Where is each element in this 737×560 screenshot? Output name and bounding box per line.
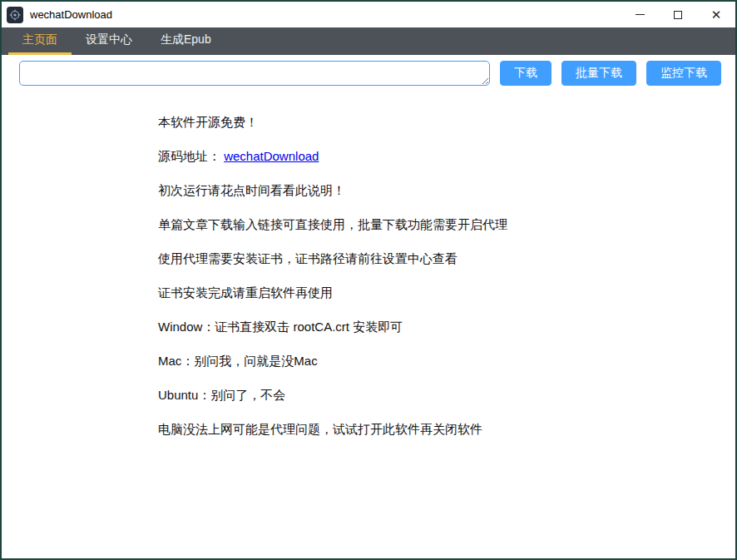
toolbar: 下载 批量下载 监控下载 — [2, 55, 735, 92]
app-icon — [7, 7, 23, 23]
note-line: 电脑没法上网可能是代理问题，试试打开此软件再关闭软件 — [158, 421, 719, 438]
tabbar: 主页面 设置中心 生成Epub — [2, 27, 735, 55]
app-logo-icon — [9, 9, 21, 21]
note-line: 证书安装完成请重启软件再使用 — [158, 285, 719, 301]
note-line: Window：证书直接双击 rootCA.crt 安装即可 — [158, 319, 719, 335]
instructions-area: 本软件开源免费！ 源码地址： wechatDownload 初次运行请花点时间看… — [2, 92, 735, 558]
note-line: 使用代理需要安装证书，证书路径请前往设置中心查看 — [158, 250, 719, 267]
tab-main-page[interactable]: 主页面 — [8, 27, 72, 55]
note-line: 单篇文章下载输入链接可直接使用，批量下载功能需要开启代理 — [158, 216, 719, 233]
window-controls: ✕ — [621, 2, 735, 27]
window-title: wechatDownload — [30, 8, 621, 21]
note-line: Ubuntu：别问了，不会 — [158, 387, 719, 404]
batch-download-button[interactable]: 批量下载 — [561, 61, 636, 86]
close-button[interactable]: ✕ — [697, 2, 735, 27]
minimize-button[interactable] — [621, 2, 659, 27]
tab-generate-epub[interactable]: 生成Epub — [146, 27, 225, 55]
tab-settings-center[interactable]: 设置中心 — [72, 27, 146, 55]
source-code-link[interactable]: wechatDownload — [224, 149, 319, 163]
source-prefix: 源码地址： — [158, 149, 220, 163]
article-url-input[interactable] — [19, 61, 490, 86]
maximize-button[interactable] — [659, 2, 697, 27]
download-button[interactable]: 下载 — [500, 61, 552, 86]
intro-line: 本软件开源免费！ — [158, 114, 719, 131]
maximize-icon — [674, 11, 682, 19]
monitor-download-button[interactable]: 监控下载 — [646, 61, 721, 86]
minimize-icon — [636, 14, 645, 15]
source-line: 源码地址： wechatDownload — [158, 148, 719, 165]
note-line: 初次运行请花点时间看看此说明！ — [158, 182, 719, 199]
note-line: Mac：别问我，问就是没Mac — [158, 353, 719, 369]
app-window: wechatDownload ✕ 主页面 设置中心 生成Epub 下载 批量下载… — [0, 0, 737, 560]
titlebar: wechatDownload ✕ — [2, 2, 735, 27]
close-icon: ✕ — [711, 8, 722, 21]
